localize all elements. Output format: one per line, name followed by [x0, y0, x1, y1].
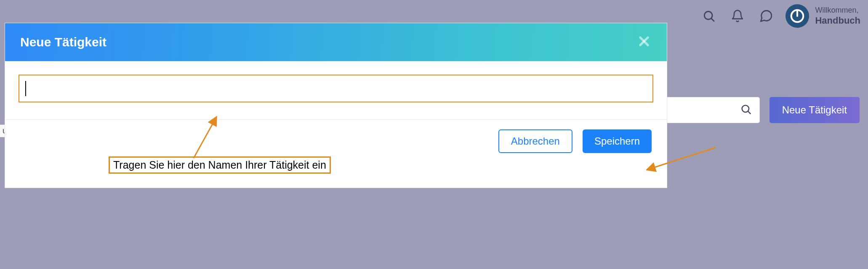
- close-icon[interactable]: [636, 34, 652, 51]
- cancel-button-label: Abbrechen: [511, 135, 560, 147]
- modal-footer: Abbrechen Speichern: [5, 119, 667, 162]
- activity-name-input[interactable]: [19, 75, 653, 102]
- annotation-hint: Tragen Sie hier den Namen Ihrer Tätigkei…: [109, 156, 331, 174]
- user-menu[interactable]: Willkommen, Handbuch: [785, 4, 860, 28]
- chat-icon[interactable]: [757, 7, 775, 25]
- welcome-text: Willkommen, Handbuch: [815, 5, 860, 27]
- save-button[interactable]: Speichern: [583, 129, 652, 153]
- activity-name-field[interactable]: [26, 83, 647, 94]
- modal-header: Neue Tätigkeit: [5, 23, 667, 61]
- welcome-user-name: Handbuch: [815, 15, 860, 27]
- search-icon: [740, 103, 752, 117]
- save-button-label: Speichern: [594, 135, 640, 147]
- modal-title: Neue Tätigkeit: [20, 35, 107, 49]
- svg-line-1: [712, 19, 714, 21]
- new-activity-button[interactable]: Neue Tätigkeit: [769, 97, 860, 123]
- search-icon[interactable]: [700, 7, 718, 25]
- modal-body: [5, 61, 667, 119]
- bell-icon[interactable]: [728, 7, 747, 25]
- welcome-label: Willkommen,: [815, 5, 860, 15]
- svg-line-4: [748, 111, 750, 113]
- new-activity-modal: Neue Tätigkeit Abbrechen Speichern: [5, 23, 667, 188]
- cancel-button[interactable]: Abbrechen: [498, 129, 572, 153]
- avatar: [785, 4, 809, 28]
- new-activity-button-label: Neue Tätigkeit: [782, 104, 847, 116]
